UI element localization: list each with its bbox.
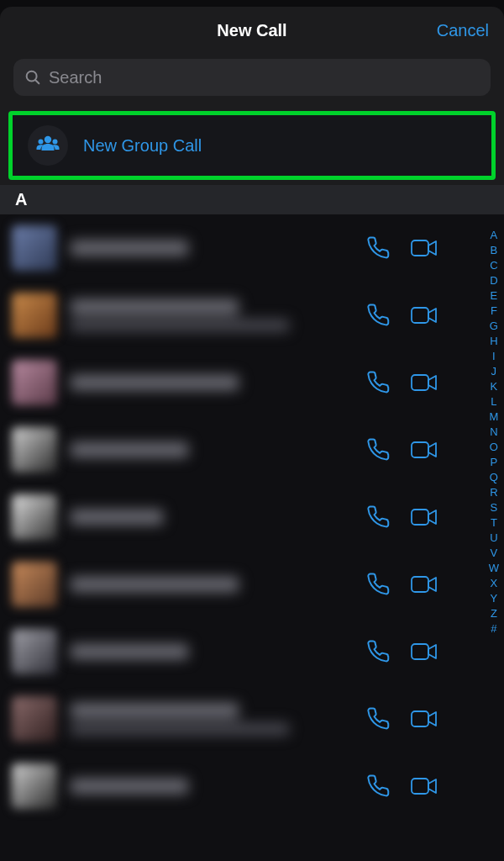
index-letter[interactable]: H: [488, 334, 499, 349]
video-icon[interactable]: [410, 237, 438, 259]
index-letter[interactable]: G: [488, 319, 500, 334]
phone-icon[interactable]: [366, 504, 391, 530]
video-icon[interactable]: [410, 506, 438, 528]
phone-icon[interactable]: [366, 706, 391, 732]
avatar: [12, 629, 57, 674]
index-letter[interactable]: J: [490, 364, 499, 379]
svg-point-2: [45, 136, 51, 143]
svg-point-3: [39, 140, 44, 145]
svg-rect-13: [412, 779, 428, 794]
avatar: [12, 494, 57, 540]
video-icon[interactable]: [410, 775, 438, 797]
search-input[interactable]: [49, 68, 480, 87]
index-letter[interactable]: I: [491, 349, 497, 364]
call-actions: [366, 504, 438, 530]
index-letter[interactable]: Y: [489, 591, 500, 606]
svg-rect-12: [412, 711, 428, 726]
contact-row[interactable]: [0, 685, 504, 753]
contact-name-block: [71, 240, 353, 256]
phone-icon[interactable]: [366, 437, 391, 462]
index-letter[interactable]: #: [489, 621, 498, 637]
call-actions: [366, 639, 438, 664]
contact-name-block: [71, 299, 353, 331]
contact-row[interactable]: [0, 483, 504, 551]
call-actions: [366, 303, 438, 328]
call-actions: [366, 370, 438, 395]
contact-row[interactable]: [0, 618, 504, 685]
svg-rect-8: [412, 442, 428, 457]
index-letter[interactable]: Q: [488, 470, 500, 485]
phone-icon[interactable]: [366, 303, 391, 328]
new-group-call-button[interactable]: New Group Call: [13, 115, 491, 176]
index-letter[interactable]: U: [488, 531, 499, 546]
contact-row[interactable]: [0, 282, 504, 349]
video-icon[interactable]: [410, 304, 438, 326]
group-icon-circle: [28, 125, 68, 166]
index-letter[interactable]: A: [489, 228, 500, 243]
avatar: [12, 360, 57, 405]
video-icon[interactable]: [410, 641, 438, 663]
call-actions: [366, 235, 438, 261]
index-letter[interactable]: S: [489, 500, 500, 515]
index-letter[interactable]: N: [488, 425, 499, 440]
video-icon[interactable]: [410, 708, 438, 730]
contact-name-block: [71, 375, 353, 390]
phone-icon[interactable]: [366, 639, 391, 664]
contact-row[interactable]: [0, 349, 504, 416]
index-letter[interactable]: O: [488, 440, 500, 455]
phone-icon[interactable]: [366, 370, 391, 395]
index-letter[interactable]: P: [489, 455, 500, 470]
index-letter[interactable]: C: [488, 258, 499, 273]
call-actions: [366, 706, 438, 732]
contacts-list[interactable]: ABCDEFGHIJKLMNOPQRSTUVWXYZ#: [0, 214, 504, 861]
svg-rect-5: [412, 240, 428, 256]
index-letter[interactable]: W: [487, 561, 501, 576]
contact-name-block: [71, 644, 353, 659]
avatar: [12, 763, 57, 809]
contact-row[interactable]: [0, 753, 504, 820]
index-letter[interactable]: L: [489, 394, 498, 409]
index-letter[interactable]: F: [489, 304, 499, 319]
contact-row[interactable]: [0, 416, 504, 483]
phone-icon[interactable]: [366, 774, 391, 799]
index-letter[interactable]: B: [489, 243, 500, 258]
page-title: New Call: [217, 21, 286, 40]
svg-rect-10: [412, 577, 428, 592]
search-icon: [24, 68, 42, 87]
svg-rect-7: [412, 375, 428, 390]
index-letter[interactable]: M: [487, 409, 500, 425]
phone-icon[interactable]: [366, 235, 391, 261]
svg-rect-9: [412, 510, 428, 525]
contact-name-block: [71, 577, 353, 592]
call-actions: [366, 572, 438, 597]
index-letter[interactable]: T: [489, 515, 499, 531]
section-header: A: [0, 185, 504, 214]
search-container: [0, 54, 504, 106]
search-bar[interactable]: [13, 59, 491, 96]
alphabet-index[interactable]: ABCDEFGHIJKLMNOPQRSTUVWXYZ#: [487, 228, 501, 637]
index-letter[interactable]: V: [489, 546, 500, 561]
contact-name-block: [71, 442, 353, 457]
svg-rect-6: [412, 308, 428, 323]
avatar: [12, 696, 57, 742]
index-letter[interactable]: D: [488, 273, 499, 288]
index-letter[interactable]: X: [489, 576, 500, 591]
contact-row[interactable]: [0, 214, 504, 282]
avatar: [12, 562, 57, 607]
video-icon[interactable]: [410, 573, 438, 595]
cancel-button[interactable]: Cancel: [437, 21, 489, 40]
call-actions: [366, 437, 438, 462]
svg-line-1: [35, 80, 39, 83]
index-letter[interactable]: E: [489, 288, 500, 304]
contact-name-block: [71, 779, 353, 794]
video-icon[interactable]: [410, 439, 438, 461]
contact-row[interactable]: [0, 551, 504, 618]
avatar: [12, 427, 57, 473]
phone-icon[interactable]: [366, 572, 391, 597]
index-letter[interactable]: Z: [489, 606, 499, 621]
index-letter[interactable]: R: [488, 485, 499, 500]
video-icon[interactable]: [410, 372, 438, 394]
sheet-header: New Call Cancel: [0, 7, 504, 54]
new-group-call-highlight: New Group Call: [8, 111, 496, 180]
index-letter[interactable]: K: [489, 379, 500, 394]
